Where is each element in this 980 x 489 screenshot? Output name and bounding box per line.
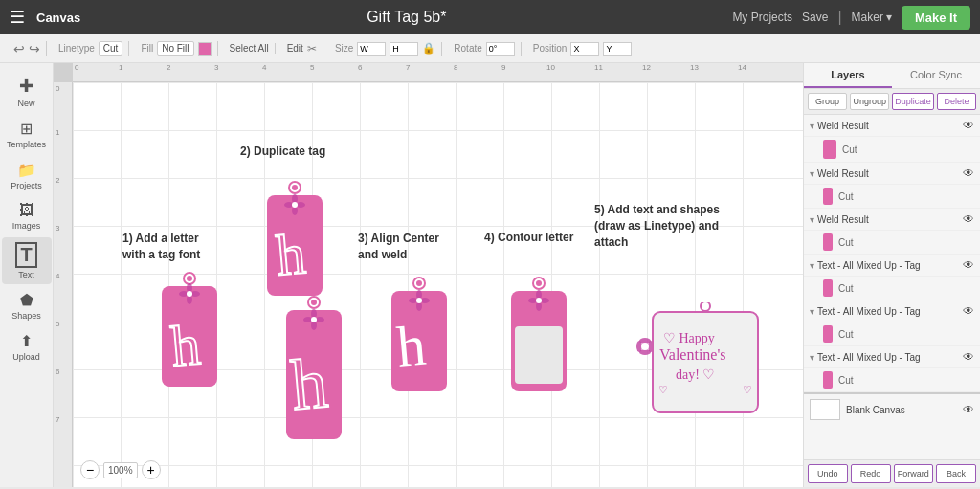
sidebar-item-new[interactable]: ✚ New <box>2 71 52 113</box>
blank-canvas-item[interactable]: Blank Canvas 👁 <box>804 392 980 425</box>
redo-icon[interactable]: ↪ <box>29 41 40 56</box>
svg-point-26 <box>311 317 317 322</box>
gift-tag-4[interactable] <box>503 274 575 398</box>
expand-icon-2[interactable]: ▾ <box>810 168 814 179</box>
layer-subitem-6[interactable]: Cut <box>804 368 980 392</box>
layer-thumb-6 <box>823 371 833 389</box>
expand-icon-1[interactable]: ▾ <box>810 121 814 131</box>
delete-button[interactable]: Delete <box>937 93 976 110</box>
toolbar-edit-group: Edit ✂ <box>281 42 323 56</box>
text-icon: T <box>15 242 36 268</box>
svg-text:♡ Happy: ♡ Happy <box>663 331 715 345</box>
gift-tag-2a[interactable]: h <box>259 178 331 302</box>
linetype-dropdown[interactable]: Cut <box>99 41 123 56</box>
eye-icon-1[interactable]: 👁 <box>963 119 974 132</box>
ungroup-button[interactable]: Ungroup <box>850 93 889 110</box>
layer-item-weld2[interactable]: ▾ Weld Result 👁 <box>804 163 980 185</box>
save-button[interactable]: Save <box>802 11 828 24</box>
tab-color-sync[interactable]: Color Sync <box>892 63 980 88</box>
height-input[interactable] <box>390 42 418 56</box>
images-icon: 🖼 <box>19 202 34 219</box>
layer-list: ▾ Weld Result 👁 Cut ▾ Weld Result 👁 Cut … <box>804 115 980 459</box>
step5-label: 5) Add text and shapes(draw as Linetype)… <box>594 202 786 250</box>
layer-thumb-4 <box>823 279 833 297</box>
svg-point-35 <box>416 298 422 303</box>
forward-button[interactable]: Forward <box>894 464 934 483</box>
width-input[interactable] <box>357 42 386 56</box>
edit-label[interactable]: Edit <box>287 43 303 54</box>
expand-icon-6[interactable]: ▾ <box>810 352 814 363</box>
pos-x-input[interactable] <box>570 42 599 56</box>
group-button[interactable]: Group <box>808 93 847 110</box>
zoom-in-button[interactable]: + <box>142 460 161 479</box>
eye-icon-3[interactable]: 👁 <box>963 212 974 226</box>
svg-text:Valentine's: Valentine's <box>659 346 726 363</box>
layer-item-text1[interactable]: ▾ Text - All Mixed Up - Tag 👁 <box>804 255 980 277</box>
eye-icon-5[interactable]: 👁 <box>963 304 974 318</box>
select-all-label[interactable]: Select All <box>230 43 269 54</box>
svg-rect-45 <box>515 326 563 384</box>
fill-dropdown[interactable]: No Fill <box>157 41 193 56</box>
eye-icon-2[interactable]: 👁 <box>963 167 974 180</box>
undo-icon[interactable]: ↩ <box>13 41 25 56</box>
back-button[interactable]: Back <box>936 464 976 483</box>
svg-text:h: h <box>394 314 429 379</box>
gift-tag-1[interactable]: h <box>154 269 226 393</box>
hamburger-icon[interactable]: ☰ <box>10 7 25 28</box>
sidebar-item-shapes[interactable]: ⬟ Shapes <box>2 286 52 325</box>
svg-text:♡: ♡ <box>658 384 668 395</box>
zoom-controls: − 100% + <box>80 460 161 479</box>
layer-item-weld1[interactable]: ▾ Weld Result 👁 <box>804 115 980 137</box>
pos-y-input[interactable] <box>603 42 632 56</box>
lock-icon[interactable]: 🔒 <box>422 42 435 55</box>
layer-thumb-5 <box>823 325 833 343</box>
linetype-label: Linetype <box>58 43 95 54</box>
sidebar-item-text[interactable]: T Text <box>2 237 52 284</box>
layer-item-weld3[interactable]: ▾ Weld Result 👁 <box>804 209 980 231</box>
rotate-input[interactable] <box>486 42 515 56</box>
layer-subitem-5[interactable]: Cut <box>804 322 980 346</box>
expand-icon-3[interactable]: ▾ <box>810 214 814 225</box>
eye-icon-6[interactable]: 👁 <box>963 350 974 364</box>
layer-item-text2[interactable]: ▾ Text - All Mixed Up - Tag 👁 <box>804 300 980 322</box>
sidebar-item-upload[interactable]: ⬆ Upload <box>2 327 52 367</box>
divider: | <box>837 9 841 26</box>
expand-icon-5[interactable]: ▾ <box>810 306 814 317</box>
shapes-icon: ⬟ <box>20 291 33 309</box>
right-panel: Layers Color Sync Group Ungroup Duplicat… <box>803 63 980 487</box>
svg-point-8 <box>187 291 192 297</box>
gift-tag-3[interactable]: h <box>384 274 456 398</box>
layer-item-text3[interactable]: ▾ Text - All Mixed Up - Tag 👁 <box>804 346 980 368</box>
sidebar-item-images[interactable]: 🖼 Images <box>2 197 52 235</box>
undo-bottom-button[interactable]: Undo <box>808 464 848 483</box>
eye-icon-blank[interactable]: 👁 <box>963 403 974 416</box>
eye-icon-4[interactable]: 👁 <box>963 258 974 272</box>
new-icon: ✚ <box>19 76 33 97</box>
zoom-out-button[interactable]: − <box>80 460 100 479</box>
fill-color-swatch[interactable] <box>198 42 212 56</box>
duplicate-button[interactable]: Duplicate <box>892 93 934 110</box>
svg-text:♡: ♡ <box>743 384 752 395</box>
sidebar-item-templates[interactable]: ⊞ Templates <box>2 115 52 154</box>
layer-subitem-3[interactable]: Cut <box>804 231 980 255</box>
my-projects-link[interactable]: My Projects <box>732 11 792 24</box>
redo-bottom-button[interactable]: Redo <box>851 464 891 483</box>
tab-layers[interactable]: Layers <box>804 63 892 88</box>
layer-subitem-1[interactable]: Cut <box>804 137 980 163</box>
gift-tag-2b[interactable]: h <box>278 293 350 446</box>
expand-icon-4[interactable]: ▾ <box>810 260 814 271</box>
layer-name-1: Weld Result <box>817 121 960 131</box>
svg-point-50 <box>641 343 649 350</box>
layer-subitem-2[interactable]: Cut <box>804 185 980 209</box>
gift-tag-5[interactable]: ♡ Happy Valentine's day! ♡ ♡ ♡ <box>628 302 762 427</box>
maker-dropdown[interactable]: Maker ▾ <box>852 11 892 24</box>
document-title: Gift Tag 5b* <box>92 9 721 26</box>
sidebar-item-projects[interactable]: 📁 Projects <box>2 156 52 195</box>
canvas-grid[interactable]: 1) Add a letter with a tag font 2) Dupli… <box>73 82 803 487</box>
make-it-button[interactable]: Make It <box>902 6 970 30</box>
layer-thumb-1 <box>823 140 836 159</box>
layer-subitem-4[interactable]: Cut <box>804 277 980 300</box>
svg-text:h: h <box>168 313 203 378</box>
canvas-area[interactable]: 0 1 2 3 4 5 6 7 8 9 10 11 12 13 14 0 1 2… <box>54 63 803 487</box>
edit-icon[interactable]: ✂ <box>307 42 317 56</box>
